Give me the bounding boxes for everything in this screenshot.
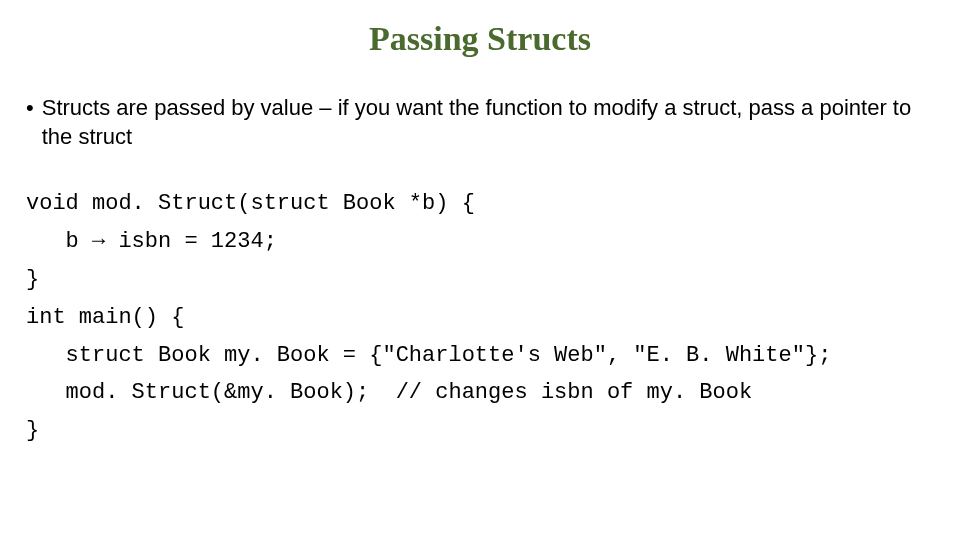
bullet-marker: •	[26, 94, 34, 123]
code-line: int main() {	[26, 305, 184, 330]
slide: Passing Structs • Structs are passed by …	[0, 0, 960, 540]
slide-title: Passing Structs	[20, 20, 940, 58]
code-line: }	[26, 418, 39, 443]
bullet-list: • Structs are passed by value – if you w…	[20, 94, 940, 151]
code-line: void mod. Struct(struct Book *b) {	[26, 191, 475, 216]
code-block: void mod. Struct(struct Book *b) { b → i…	[20, 185, 940, 450]
code-line: b → isbn = 1234;	[26, 229, 277, 254]
bullet-item: • Structs are passed by value – if you w…	[26, 94, 930, 151]
code-line: }	[26, 267, 39, 292]
bullet-text: Structs are passed by value – if you wan…	[42, 94, 930, 151]
code-line: mod. Struct(&my. Book); // changes isbn …	[26, 380, 752, 405]
code-line: struct Book my. Book = {"Charlotte's Web…	[26, 343, 831, 368]
